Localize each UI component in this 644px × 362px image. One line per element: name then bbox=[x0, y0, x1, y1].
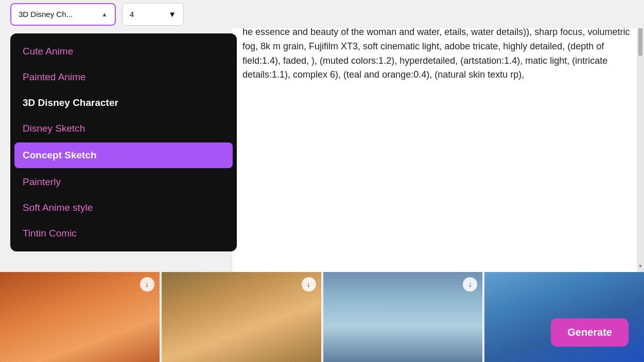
image-cell-4 bbox=[484, 272, 644, 362]
image-cell-1: ↓ bbox=[0, 272, 160, 362]
chevron-up-icon: ▲ bbox=[101, 11, 108, 18]
prompt-text: ... he essence and beauty of the woman a… bbox=[232, 0, 644, 247]
image-grid: ↓ ↓ ↓ bbox=[0, 272, 644, 362]
download-icon-1[interactable]: ↓ bbox=[140, 277, 154, 292]
top-bar: 3D Disney Ch... ▲ 4 ▼ bbox=[0, 0, 644, 28]
dropdown-item-tintin-comic[interactable]: Tintin Comic bbox=[10, 221, 237, 246]
chevron-down-icon: ▼ bbox=[168, 10, 176, 19]
download-icon-3[interactable]: ↓ bbox=[463, 277, 477, 292]
count-dropdown[interactable]: 4 ▼ bbox=[122, 3, 184, 26]
dropdown-item-painterly[interactable]: Painterly bbox=[10, 169, 237, 195]
style-dropdown-menu: Cute Anime Painted Anime 3D Disney Chara… bbox=[10, 33, 237, 251]
dropdown-item-3d-disney[interactable]: 3D Disney Character bbox=[10, 90, 237, 116]
dropdown-item-painted-anime[interactable]: Painted Anime bbox=[10, 64, 237, 90]
style-dropdown-label: 3D Disney Ch... bbox=[19, 10, 73, 19]
count-dropdown-label: 4 bbox=[130, 10, 134, 19]
dropdown-item-cute-anime[interactable]: Cute Anime bbox=[10, 39, 237, 64]
text-panel: ... he essence and beauty of the woman a… bbox=[232, 0, 644, 273]
dropdown-item-concept-sketch[interactable]: Concept Sketch bbox=[14, 142, 233, 168]
image-cell-2: ↓ bbox=[162, 272, 321, 362]
dropdown-item-disney-sketch[interactable]: Disney Sketch bbox=[10, 116, 237, 141]
generate-button[interactable]: Generate bbox=[551, 318, 629, 347]
style-dropdown[interactable]: 3D Disney Ch... ▲ bbox=[10, 3, 116, 26]
scroll-down-arrow[interactable]: ▼ bbox=[636, 262, 644, 270]
dropdown-item-soft-anime[interactable]: Soft Anime style bbox=[10, 195, 237, 221]
image-cell-3: ↓ bbox=[323, 272, 483, 362]
download-icon-2[interactable]: ↓ bbox=[302, 277, 316, 292]
scrollbar[interactable]: ▲ ▼ bbox=[637, 0, 644, 273]
prompt-content: he essence and beauty of the woman and w… bbox=[242, 27, 630, 80]
